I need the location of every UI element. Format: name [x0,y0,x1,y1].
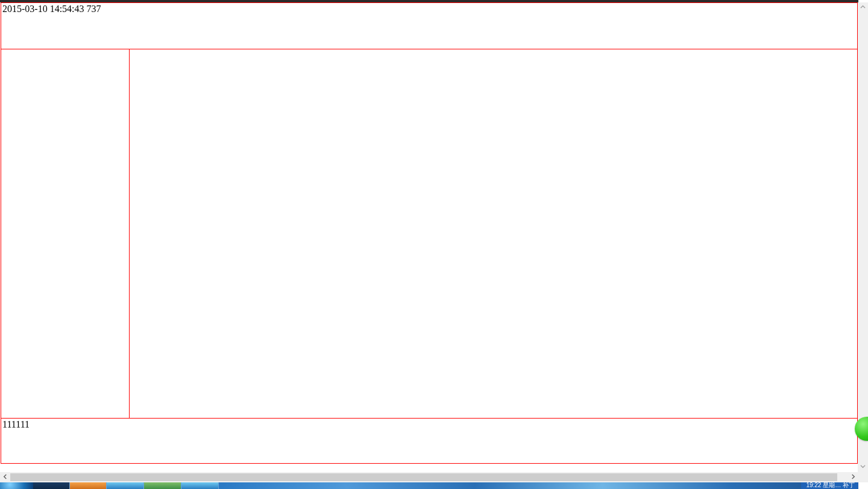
taskbar-app-ie[interactable] [107,482,144,489]
taskbar-clock[interactable]: 19:22 星期… 补丁 [806,482,855,489]
taskbar-background [219,482,858,489]
vertical-scrollbar[interactable] [858,2,868,472]
left-cell [1,49,130,419]
header-text: 2015-03-10 14:54:43 737 [2,4,101,14]
taskbar[interactable]: 19:22 星期… 补丁 [0,482,858,489]
taskbar-app-4[interactable] [181,482,219,489]
viewport: 2015-03-10 14:54:43 737 111111 [0,0,868,489]
chevron-left-icon [2,474,8,481]
scrollbar-corner [858,472,868,482]
page-content: 2015-03-10 14:54:43 737 111111 [0,0,858,472]
start-button[interactable] [0,482,33,489]
chevron-right-icon [851,474,856,481]
taskbar-app-firefox[interactable] [69,482,107,489]
taskbar-app-3[interactable] [144,482,181,489]
right-cell [130,49,858,419]
chevron-up-icon [860,4,866,11]
scroll-left-button[interactable] [0,472,10,482]
scroll-up-button[interactable] [858,2,868,13]
footer-cell: 111111 [1,419,858,464]
header-cell: 2015-03-10 14:54:43 737 [1,3,858,49]
horizontal-scrollbar[interactable] [0,472,858,482]
layout-table: 2015-03-10 14:54:43 737 111111 [1,2,858,464]
horizontal-scrollbar-thumb[interactable] [10,473,837,481]
footer-text: 111111 [2,419,30,429]
scroll-down-button[interactable] [858,462,868,472]
chevron-down-icon [860,464,866,470]
scroll-right-button[interactable] [848,472,858,482]
